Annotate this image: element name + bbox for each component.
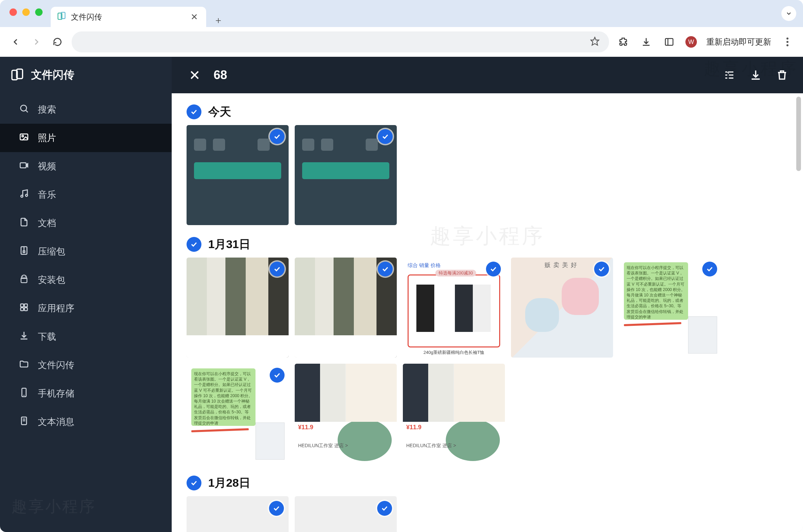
thumb-stock: 已售 0 [271, 348, 285, 354]
scrollbar-thumb[interactable] [796, 97, 801, 171]
thumbnail-selected-badge[interactable] [378, 129, 393, 144]
photo-thumbnail[interactable]: 现在你可以在小程序提交，可以看该表张图。一个是认证蓝 V，一个是赠积分。如果已经… [187, 364, 289, 464]
thumbnail-selected-badge[interactable] [702, 262, 717, 277]
svg-point-7 [786, 44, 788, 46]
back-button[interactable] [9, 35, 22, 49]
reload-button[interactable] [51, 35, 64, 49]
tabs-dropdown-button[interactable] [781, 6, 796, 21]
thumb-inset [688, 316, 717, 354]
photo-thumbnail[interactable]: 现在你可以在小程序提交，可以看该表张图。一个是认证蓝 V，一个是赠积分。如果已经… [619, 258, 721, 358]
thumb-chat-text: 现在你可以在小程序提交，可以看该表张图。一个是认证蓝 V，一个是赠积分。如果已经… [191, 368, 255, 426]
thumbnail-selected-badge[interactable] [270, 129, 285, 144]
photo-thumbnail[interactable] [295, 125, 397, 225]
svg-rect-20 [23, 251, 25, 252]
phone-icon [19, 387, 29, 400]
group-header[interactable]: 1月31日 [187, 236, 803, 252]
group-header[interactable]: 1月28日 [187, 475, 803, 491]
photo-thumbnail[interactable]: 新品¥ 29.9起已售 0 [295, 258, 397, 358]
sidebar-item-downloads[interactable]: 下载 [0, 322, 172, 351]
sidebar-item-photos[interactable]: 照片 [0, 124, 172, 152]
group-title: 今天 [208, 104, 231, 120]
delete-selected-button[interactable] [775, 68, 789, 82]
svg-rect-26 [24, 308, 27, 310]
sidebar-item-label: 应用程序 [38, 302, 74, 314]
tab-favicon-icon [57, 12, 66, 22]
photo-group: 1月28日 [187, 475, 803, 532]
browser-toolbar: W 重新启动即可更新 [0, 27, 803, 57]
svg-point-6 [786, 41, 788, 43]
sidebar-list: 搜索照片视频音乐文档压缩包安装包应用程序下载文件闪传手机存储文本消息 [0, 93, 172, 436]
browser-tab-strip: 文件闪传 ✕ ＋ [0, 0, 803, 27]
selection-app-bar: 68 [172, 57, 803, 93]
browser-tab[interactable]: 文件闪传 ✕ [51, 7, 206, 27]
profile-avatar[interactable]: W [685, 36, 697, 48]
thumbnail-selected-badge[interactable] [270, 262, 285, 277]
new-tab-button[interactable]: ＋ [212, 14, 225, 27]
watermark: 趣享小程序 [12, 496, 96, 517]
selection-count: 68 [214, 68, 227, 82]
flash-icon [19, 359, 29, 372]
videos-icon [19, 160, 29, 173]
bookmark-star-icon[interactable] [590, 37, 599, 47]
group-select-checkbox[interactable] [187, 237, 202, 252]
svg-rect-23 [21, 304, 24, 307]
maximize-window-button[interactable] [35, 8, 43, 16]
downloads-icon [19, 330, 29, 343]
photo-group: 今天 [187, 104, 803, 225]
sidebar-item-apks[interactable]: 安装包 [0, 266, 172, 294]
photo-scroll-area[interactable]: 趣享小程序 今天1月31日新品¥ 29.9起已售 0新品¥ 29.9起已售 0综… [172, 93, 803, 532]
download-selected-button[interactable] [748, 68, 763, 82]
sidebar-item-label: 视频 [38, 160, 56, 172]
photo-thumbnail[interactable] [187, 125, 289, 225]
annotation-line [191, 428, 249, 432]
thumbnail-selected-badge[interactable] [270, 368, 285, 383]
sidebar-item-music[interactable]: 音乐 [0, 180, 172, 209]
sidebar-item-docs[interactable]: 文档 [0, 209, 172, 237]
clear-selection-button[interactable] [187, 68, 202, 82]
photo-group: 1月31日新品¥ 29.9起已售 0新品¥ 29.9起已售 0综合 销量 价格特… [187, 236, 803, 464]
photo-thumbnail[interactable]: ¥11.9HEDILUN工作室 进店 > [403, 364, 505, 464]
chrome-menu-button[interactable] [781, 35, 794, 49]
app-root: 文件闪传 搜索照片视频音乐文档压缩包安装包应用程序下载文件闪传手机存储文本消息 … [0, 57, 803, 532]
sidebar-item-apps[interactable]: 应用程序 [0, 294, 172, 322]
tab-close-button[interactable]: ✕ [191, 12, 198, 22]
svg-point-13 [22, 135, 24, 137]
sidepanel-button[interactable] [663, 35, 676, 49]
sidebar-item-archives[interactable]: 压缩包 [0, 237, 172, 266]
thumbnail-selected-badge[interactable] [486, 368, 501, 383]
toolbar-right-group: W 重新启动即可更新 [616, 35, 794, 49]
group-header[interactable]: 今天 [187, 104, 803, 120]
thumbnail-selected-badge[interactable] [269, 501, 284, 516]
sidebar-item-search[interactable]: 搜索 [0, 95, 172, 124]
thumb-sort-labels: 综合 销量 价格 [407, 262, 441, 269]
svg-rect-3 [666, 39, 673, 45]
group-select-checkbox[interactable] [187, 104, 202, 119]
close-window-button[interactable] [9, 8, 17, 16]
sidebar-item-flash[interactable]: 文件闪传 [0, 351, 172, 379]
photo-thumbnail[interactable]: 贩卖美好 [511, 258, 613, 358]
update-restart-button[interactable]: 重新启动即可更新 [706, 37, 771, 47]
downloads-button[interactable] [639, 35, 653, 49]
photo-thumbnail[interactable]: 新品¥ 29.9起已售 0 [187, 258, 289, 358]
sidebar-item-label: 手机存储 [38, 387, 74, 399]
photo-thumbnail[interactable]: ¥11.9HEDILUN工作室 进店 > [295, 364, 397, 464]
group-select-checkbox[interactable] [187, 476, 202, 490]
sidebar-item-phone[interactable]: 手机存储 [0, 379, 172, 407]
thumbnail-selected-badge[interactable] [377, 501, 392, 516]
minimize-window-button[interactable] [22, 8, 30, 16]
sidebar-item-label: 搜索 [38, 103, 56, 116]
svg-point-17 [25, 194, 27, 196]
thumbnail-selected-badge[interactable] [378, 368, 393, 383]
select-all-button[interactable] [722, 68, 737, 82]
thumbnail-selected-badge[interactable] [486, 262, 501, 277]
photo-thumbnail[interactable] [187, 496, 289, 532]
forward-button[interactable] [30, 35, 43, 49]
sidebar-item-text[interactable]: 文本消息 [0, 407, 172, 436]
sidebar-item-videos[interactable]: 视频 [0, 152, 172, 180]
photo-thumbnail[interactable]: 综合 销量 价格特选每满200减30240g重磅新疆棉纯白色长袖T恤 [403, 258, 505, 358]
search-icon [19, 103, 29, 116]
extensions-button[interactable] [616, 35, 630, 49]
address-bar[interactable] [72, 32, 609, 52]
thumbnail-selected-badge[interactable] [378, 262, 393, 277]
photo-thumbnail[interactable] [295, 496, 397, 532]
